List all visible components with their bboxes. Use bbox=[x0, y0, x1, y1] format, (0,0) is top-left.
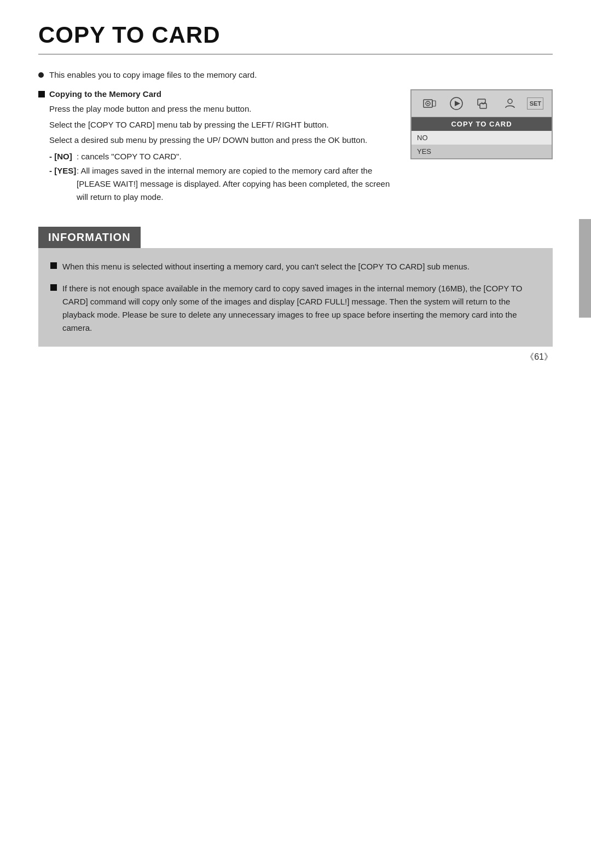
no-key: - [NO] bbox=[49, 150, 77, 163]
menu-item-no: NO bbox=[412, 131, 552, 145]
info-text-1: When this menu is selected without inser… bbox=[62, 260, 470, 273]
svg-point-8 bbox=[508, 99, 512, 104]
section-square-icon bbox=[38, 91, 45, 97]
sidebar-accent bbox=[579, 219, 591, 318]
yes-desc: : All images saved in the internal memor… bbox=[77, 164, 394, 204]
section-heading: Copying to the Memory Card bbox=[38, 89, 394, 99]
section-heading-text: Copying to the Memory Card bbox=[49, 89, 161, 99]
camera-ui-menu: NO YES bbox=[412, 131, 552, 158]
content-left: Copying to the Memory Card Press the pla… bbox=[38, 89, 394, 205]
camera-ui-title: COPY TO CARD bbox=[412, 117, 552, 131]
main-content: Copying to the Memory Card Press the pla… bbox=[38, 89, 553, 205]
set-button: SET bbox=[527, 97, 543, 110]
camera-icon-row: SET bbox=[412, 90, 552, 117]
information-body: When this menu is selected without inser… bbox=[38, 248, 553, 347]
info-text-2: If there is not enough space available i… bbox=[62, 282, 541, 335]
information-header: INFORMATION bbox=[38, 227, 141, 248]
no-desc: : cancels "COPY TO CARD". bbox=[77, 150, 394, 163]
svg-marker-5 bbox=[455, 101, 460, 106]
step-3: Select a desired sub menu by pressing th… bbox=[49, 134, 394, 147]
page-number: 《61》 bbox=[525, 352, 553, 363]
camera-ui-panel: SET COPY TO CARD NO YES bbox=[410, 89, 553, 205]
step-1: Press the play mode button and press the… bbox=[49, 103, 394, 116]
intro-section: This enables you to copy image files to … bbox=[38, 70, 553, 79]
sub-menu-yes: - [YES] : All images saved in the intern… bbox=[49, 164, 394, 204]
info-square-2 bbox=[50, 284, 57, 291]
intro-text: This enables you to copy image files to … bbox=[49, 70, 257, 79]
sub-menu-items: - [NO] : cancels "COPY TO CARD". - [YES]… bbox=[49, 150, 394, 204]
info-item-2: If there is not enough space available i… bbox=[50, 282, 541, 335]
info-item-1: When this menu is selected without inser… bbox=[50, 260, 541, 273]
page-title: COPY TO CARD bbox=[38, 22, 553, 55]
steps-list: Press the play mode button and press the… bbox=[49, 103, 394, 147]
person-icon bbox=[500, 94, 520, 113]
information-section: INFORMATION When this menu is selected w… bbox=[38, 227, 553, 347]
step-2: Select the [COPY TO CARD] menu tab by pr… bbox=[49, 119, 394, 131]
copy-card-icon bbox=[473, 94, 493, 113]
camera-film-icon bbox=[420, 94, 439, 113]
sub-menu-no: - [NO] : cancels "COPY TO CARD". bbox=[49, 150, 394, 163]
svg-point-2 bbox=[427, 103, 428, 105]
menu-item-yes: YES bbox=[412, 145, 552, 158]
info-square-1 bbox=[50, 262, 57, 269]
play-icon bbox=[447, 94, 466, 113]
bullet-dot bbox=[38, 72, 44, 78]
camera-ui: SET COPY TO CARD NO YES bbox=[410, 89, 553, 159]
svg-rect-3 bbox=[432, 101, 436, 106]
yes-key: - [YES] bbox=[49, 164, 77, 204]
